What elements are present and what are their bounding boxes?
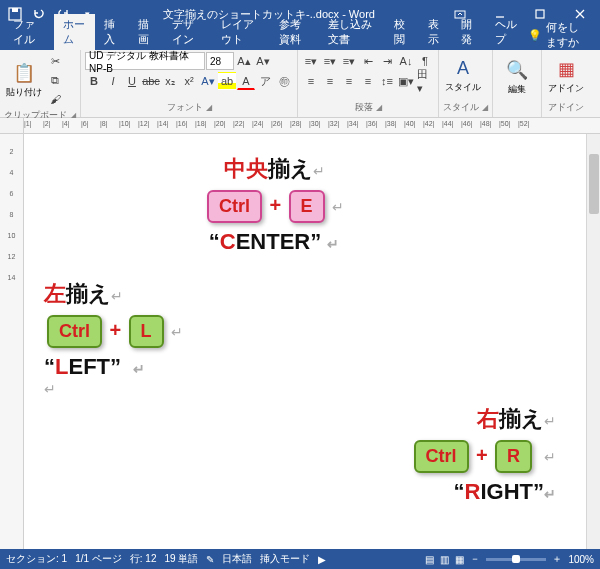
view-print-icon[interactable]: ▥ [440,554,449,565]
font-color-icon[interactable]: A [237,72,255,90]
font-launcher[interactable]: ◢ [206,103,212,112]
addin-button[interactable]: ▦アドイン [546,52,586,100]
left-block: 左揃え↵ Ctrl + L ↵ “LEFT” ↵ ↵ [44,279,183,398]
status-macro-icon[interactable]: ▶ [318,554,326,565]
keycap-ctrl: Ctrl [414,440,469,473]
paste-icon: 📋 [13,62,35,84]
group-addin: ▦アドイン アドイン [542,50,590,117]
status-words[interactable]: 19 単語 [165,552,199,566]
tell-me-label: 何をしますか [546,20,588,50]
justify-icon[interactable]: ≡ [359,72,377,90]
tab-view[interactable]: 表示 [419,14,453,50]
status-page[interactable]: 1/1 ページ [75,552,122,566]
font-group-label: フォント [167,102,203,112]
styles-launcher[interactable]: ◢ [482,103,488,112]
word-window: ▾ 文字揃えのショートカットキ-..docx - Word ファイル ホーム 挿… [0,0,600,569]
svg-rect-4 [536,10,544,18]
status-mode[interactable]: 挿入モード [260,552,310,566]
borders-icon[interactable]: 田▾ [416,72,434,90]
editing-button[interactable]: 🔍編集 [497,52,537,103]
multilevel-icon[interactable]: ≡▾ [340,52,358,70]
indent-dec-icon[interactable]: ⇤ [359,52,377,70]
align-center-icon[interactable]: ≡ [321,72,339,90]
cut-icon[interactable]: ✂ [46,52,64,70]
keycap-r: R [495,440,532,473]
status-spellcheck-icon[interactable]: ✎ [206,554,214,565]
tab-draw[interactable]: 描画 [129,14,163,50]
shading-icon[interactable]: ▣▾ [397,72,415,90]
tell-me-search[interactable]: 💡 何をしますか [528,20,596,50]
line-spacing-icon[interactable]: ↕≡ [378,72,396,90]
svg-rect-1 [12,8,18,12]
paragraph-launcher[interactable]: ◢ [376,103,382,112]
search-icon: 🔍 [506,59,528,81]
text-effects-icon[interactable]: A▾ [199,72,217,90]
copy-icon[interactable]: ⧉ [46,71,64,89]
view-read-icon[interactable]: ▤ [425,554,434,565]
tab-references[interactable]: 参考資料 [270,14,320,50]
align-left-icon[interactable]: ≡ [302,72,320,90]
paste-label: 貼り付け [6,86,42,99]
font-name-combo[interactable]: UD デジタル 教科書体 NP-B [85,52,205,70]
sort-icon[interactable]: A↓ [397,52,415,70]
group-font: UD デジタル 教科書体 NP-B 28 A▴ A▾ B I U abc x₂ … [81,50,298,117]
paragraph-group-label: 段落 [355,102,373,112]
group-paragraph: ≡▾ ≡▾ ≡▾ ⇤ ⇥ A↓ ¶ ≡ ≡ ≡ ≡ ↕≡ ▣▾ 田▾ [298,50,439,117]
scrollbar-thumb[interactable] [589,154,599,214]
right-block: 右揃え↵ Ctrl + R ↵ “RIGHT”↵ [411,404,556,505]
format-painter-icon[interactable]: 🖌 [46,90,64,108]
vertical-scrollbar[interactable] [586,134,600,549]
keycap-l: L [129,315,164,348]
keycap-ctrl: Ctrl [47,315,102,348]
status-lang[interactable]: 日本語 [222,552,252,566]
tab-review[interactable]: 校閲 [385,14,419,50]
editing-group-label [497,103,537,115]
zoom-in-icon[interactable]: ＋ [552,552,562,566]
tab-help[interactable]: ヘルプ [486,14,528,50]
document-area: 2468101214 中央揃え↵ Ctrl + E ↵ “CENTER” ↵ 左… [0,134,600,549]
status-section[interactable]: セクション: 1 [6,552,67,566]
shrink-font-icon[interactable]: A▾ [254,52,272,70]
underline-icon[interactable]: U [123,72,141,90]
enclose-icon[interactable]: ㊞ [275,72,293,90]
italic-icon[interactable]: I [104,72,122,90]
tab-mailings[interactable]: 差し込み文書 [319,14,384,50]
zoom-level[interactable]: 100% [568,554,594,565]
highlight-icon[interactable]: ab [218,72,236,90]
bold-icon[interactable]: B [85,72,103,90]
ruby-icon[interactable]: ア [256,72,274,90]
subscript-icon[interactable]: x₂ [161,72,179,90]
zoom-slider[interactable] [486,558,546,561]
tab-developer[interactable]: 開発 [452,14,486,50]
paste-button[interactable]: 📋 貼り付け [4,52,44,108]
zoom-out-icon[interactable]: － [470,552,480,566]
group-editing: 🔍編集 [493,50,542,117]
align-right-icon[interactable]: ≡ [340,72,358,90]
tab-file[interactable]: ファイル [4,14,54,50]
numbering-icon[interactable]: ≡▾ [321,52,339,70]
font-size-combo[interactable]: 28 [206,52,234,70]
center-block: 中央揃え↵ Ctrl + E ↵ “CENTER” ↵ [204,154,344,255]
horizontal-ruler[interactable]: |1||2||4||6||8||10||12||14||16||18||20||… [24,118,600,133]
ribbon-tabs: ファイル ホーム 挿入 描画 デザイン レイアウト 参考資料 差し込み文書 校閲… [0,28,600,50]
tab-layout[interactable]: レイアウト [212,14,269,50]
tab-design[interactable]: デザイン [163,14,213,50]
tab-insert[interactable]: 挿入 [95,14,129,50]
styles-icon: A [457,58,469,79]
indent-inc-icon[interactable]: ⇥ [378,52,396,70]
superscript-icon[interactable]: x² [180,72,198,90]
view-web-icon[interactable]: ▦ [455,554,464,565]
tab-home[interactable]: ホーム [54,14,96,50]
bullets-icon[interactable]: ≡▾ [302,52,320,70]
document-page[interactable]: 中央揃え↵ Ctrl + E ↵ “CENTER” ↵ 左揃え↵ Ctrl + … [24,134,586,549]
ribbon: 📋 貼り付け ✂ ⧉ 🖌 クリップボード◢ UD デジタル 教科書体 NP-B … [0,50,600,118]
styles-button[interactable]: Aスタイル [443,52,483,100]
grow-font-icon[interactable]: A▴ [235,52,253,70]
addin-icon: ▦ [558,58,575,80]
status-line[interactable]: 行: 12 [130,552,157,566]
styles-group-label: スタイル [443,102,479,112]
statusbar: セクション: 1 1/1 ページ 行: 12 19 単語 ✎ 日本語 挿入モード… [0,549,600,569]
vertical-ruler[interactable]: 2468101214 [0,134,24,549]
strike-icon[interactable]: abc [142,72,160,90]
ruler-corner [0,118,24,133]
